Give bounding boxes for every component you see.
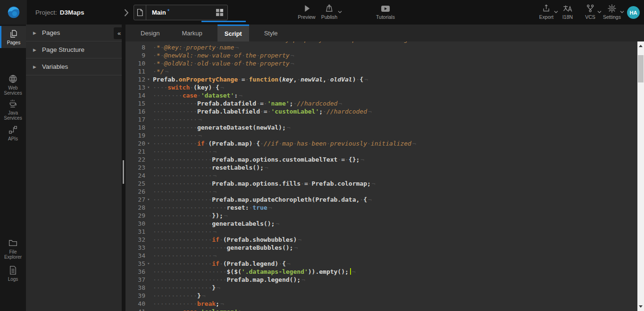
export-chevron-down-icon[interactable] xyxy=(554,10,558,14)
page-tab-main[interactable]: Main * xyxy=(134,5,228,20)
i18n-button[interactable]: I18N xyxy=(562,4,573,20)
newline-mark: ¬ xyxy=(301,276,305,283)
line-number: 35 xyxy=(125,260,145,268)
fold-arrow-icon[interactable] xyxy=(145,123,153,131)
newline-mark: ¬ xyxy=(352,268,356,275)
fold-arrow-icon[interactable] xyxy=(145,156,153,164)
vcs-button[interactable]: VCS xyxy=(585,4,595,20)
newline-mark: ¬ xyxy=(165,68,168,75)
fold-arrow-icon[interactable] xyxy=(145,284,153,292)
fold-arrow-icon[interactable]: ▾ xyxy=(145,83,153,91)
fold-arrow-icon[interactable] xyxy=(145,252,153,260)
fold-arrow-icon[interactable] xyxy=(145,212,153,220)
line-number: 38 xyxy=(125,284,145,292)
rail-item-web-services[interactable]: Web Services xyxy=(0,74,26,96)
panel-scrollbar[interactable] xyxy=(122,25,125,311)
scroll-down-arrow-icon[interactable] xyxy=(639,305,643,308)
newline-mark: ¬ xyxy=(291,52,294,59)
code-line: 12 ▾ Prefab.onPropertyChange·=·function(… xyxy=(125,75,420,83)
code-line: 41 ········case·'colormap':¬ xyxy=(125,308,420,311)
user-avatar[interactable]: HA xyxy=(627,6,640,19)
fold-arrow-icon[interactable] xyxy=(145,172,153,180)
fold-arrow-icon[interactable]: ▾ xyxy=(145,196,153,204)
line-number: 33 xyxy=(125,244,145,252)
fold-arrow-icon[interactable] xyxy=(145,67,153,75)
grid-icon[interactable] xyxy=(216,8,224,16)
fold-arrow-icon[interactable] xyxy=(145,244,153,252)
editor-scrollbar[interactable] xyxy=(637,41,644,311)
fold-arrow-icon[interactable] xyxy=(145,180,153,188)
newline-mark: ¬ xyxy=(364,76,368,83)
app-logo[interactable] xyxy=(0,0,27,25)
export-button[interactable]: Export xyxy=(539,4,553,20)
fold-arrow-icon[interactable] xyxy=(145,51,153,59)
text-cursor xyxy=(350,268,351,275)
active-page-indicator xyxy=(201,21,246,22)
fold-arrow-icon[interactable] xyxy=(145,300,153,308)
fold-arrow-icon[interactable] xyxy=(145,276,153,284)
tab-script[interactable]: Script xyxy=(217,25,249,41)
panel-section-pages[interactable]: ▶ Pages xyxy=(26,25,122,41)
panel-section-page-structure[interactable]: ▶ Page Structure xyxy=(26,41,122,58)
line-number: 40 xyxy=(125,300,145,308)
fold-arrow-icon[interactable]: ▾ xyxy=(145,260,153,268)
fold-arrow-icon[interactable] xyxy=(145,204,153,212)
fold-arrow-icon[interactable]: ▾ xyxy=(145,75,153,83)
code-line: 20 ▾ ············if·(Prefab.map)·{·//if·… xyxy=(125,139,420,147)
fold-arrow-icon[interactable] xyxy=(145,292,153,300)
rail-item-java-services[interactable]: Java Services xyxy=(0,99,26,121)
fold-arrow-icon[interactable] xyxy=(145,236,153,244)
fold-arrow-icon[interactable] xyxy=(145,115,153,123)
coffee-cup-icon xyxy=(8,99,18,109)
newline-mark: ¬ xyxy=(372,180,376,187)
line-number: 32 xyxy=(125,236,145,244)
scroll-up-arrow-icon[interactable] xyxy=(639,45,643,47)
line-number: 25 xyxy=(125,180,145,188)
fold-arrow-icon[interactable] xyxy=(145,59,153,67)
newline-mark: ¬ xyxy=(198,132,202,139)
line-number: 14 xyxy=(125,91,145,99)
script-editor[interactable]: 7 ·*·this·method·is·called·whenever·any·… xyxy=(125,41,637,311)
code-line: 31 ················¬ xyxy=(125,228,420,236)
fold-arrow-icon[interactable] xyxy=(145,188,153,196)
newline-mark: ¬ xyxy=(291,60,294,67)
tab-design[interactable]: Design xyxy=(134,25,167,41)
newline-mark: ¬ xyxy=(213,252,217,259)
publish-chevron-down-icon[interactable] xyxy=(338,10,342,14)
panel-scrollbar-thumb[interactable] xyxy=(123,160,124,184)
fold-arrow-icon[interactable] xyxy=(145,147,153,156)
rail-item-file-explorer[interactable]: File Explorer xyxy=(0,238,26,260)
top-bar: Project: D3Maps Main * Preview Publish xyxy=(0,0,644,25)
fold-arrow-icon[interactable] xyxy=(145,107,153,115)
tab-markup[interactable]: Markup xyxy=(175,25,209,41)
editor-scrollbar-thumb[interactable] xyxy=(638,55,644,82)
fold-arrow-icon[interactable] xyxy=(145,43,153,51)
fold-arrow-icon[interactable] xyxy=(145,220,153,228)
fold-arrow-icon[interactable] xyxy=(145,228,153,236)
code-line: 33 ····················generateBubbles()… xyxy=(125,244,420,252)
settings-button[interactable]: Settings xyxy=(603,4,621,20)
rail-item-logs[interactable]: Logs xyxy=(0,265,26,282)
code-line: 19 ············¬ xyxy=(125,131,420,139)
fold-arrow-icon[interactable] xyxy=(145,164,153,172)
panel-section-variables[interactable]: ▶ Variables xyxy=(26,58,122,75)
pages-icon xyxy=(9,29,18,39)
fold-arrow-icon[interactable] xyxy=(145,99,153,107)
fold-arrow-icon[interactable] xyxy=(145,131,153,139)
vcs-chevron-down-icon[interactable] xyxy=(597,10,602,14)
rail-item-apis[interactable]: APIs xyxy=(0,125,26,141)
line-number: 20 xyxy=(125,139,145,147)
newline-mark: ¬ xyxy=(213,228,217,235)
rail-item-pages[interactable]: Pages xyxy=(0,26,26,48)
line-number: 30 xyxy=(125,220,145,228)
preview-button[interactable]: Preview xyxy=(298,4,315,20)
tab-style[interactable]: Style xyxy=(257,25,285,41)
fold-arrow-icon[interactable] xyxy=(145,91,153,99)
fold-arrow-icon[interactable] xyxy=(145,308,153,311)
publish-button[interactable]: Publish xyxy=(321,4,337,20)
settings-chevron-down-icon[interactable] xyxy=(620,10,624,14)
fold-arrow-icon[interactable] xyxy=(145,268,153,276)
fold-arrow-icon[interactable]: ▾ xyxy=(145,139,153,147)
tutorials-button[interactable]: Tutorials xyxy=(376,4,395,20)
newline-mark: ¬ xyxy=(213,148,217,155)
